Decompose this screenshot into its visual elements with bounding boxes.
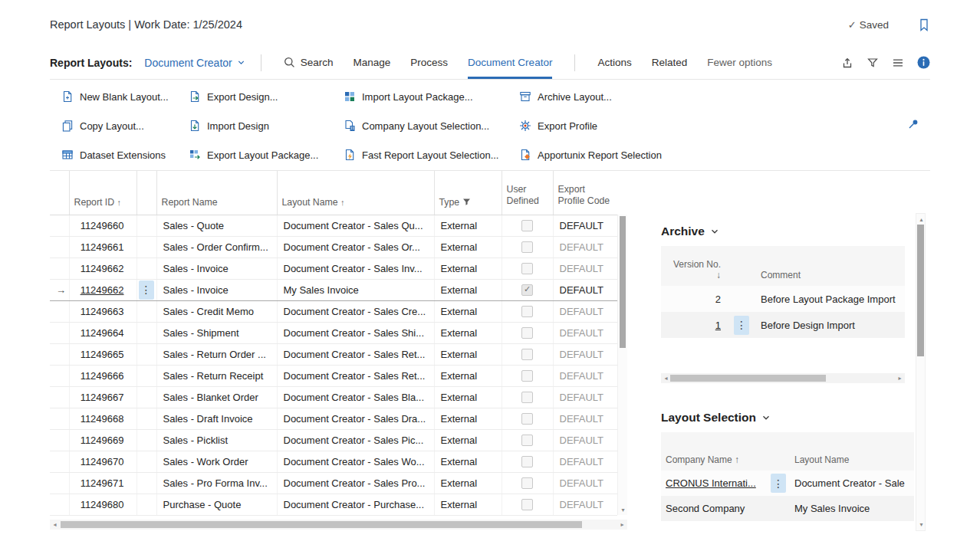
type-cell[interactable]: External bbox=[434, 494, 502, 515]
type-cell[interactable]: External bbox=[434, 365, 502, 386]
apportunix-report-selection-button[interactable]: Apportunix Report Selection bbox=[519, 148, 930, 162]
scrollbar-thumb[interactable] bbox=[61, 521, 582, 528]
report-name-cell[interactable]: Sales - Return Receipt bbox=[156, 365, 277, 386]
row-menu-icon[interactable]: ⋮ bbox=[139, 280, 154, 300]
type-cell[interactable]: External bbox=[434, 343, 502, 365]
table-row[interactable]: → 11249660 ⋮ Sales - Quote Document Crea… bbox=[50, 215, 617, 236]
report-id-cell[interactable]: 11249666 bbox=[69, 365, 136, 386]
layout-name-cell[interactable]: Document Creator - Sales Wo... bbox=[277, 451, 434, 472]
user-defined-checkbox[interactable]: ✓ bbox=[521, 392, 533, 403]
row-menu-icon[interactable]: ⋮ bbox=[771, 474, 786, 493]
scroll-down-icon[interactable]: ▾ bbox=[618, 505, 628, 515]
scroll-left-icon[interactable]: ◂ bbox=[50, 520, 60, 530]
archive-row[interactable]: 1 ⋮ Before Design Import bbox=[661, 312, 905, 338]
report-name-cell[interactable]: Sales - Pro Forma Inv... bbox=[156, 472, 277, 494]
comment-cell[interactable]: Before Design Import bbox=[756, 320, 905, 331]
layout-name-cell[interactable]: Document Creator - Sales Or... bbox=[277, 236, 434, 257]
main-horizontal-scrollbar[interactable]: ◂ ▸ bbox=[50, 520, 627, 530]
table-row[interactable]: → 11249662 ⋮ Sales - Invoice My Sales In… bbox=[50, 279, 617, 300]
bookmark-icon[interactable] bbox=[918, 18, 930, 31]
layout-name-cell[interactable]: Document Creator - Sale bbox=[790, 477, 914, 489]
archive-layout-button[interactable]: Archive Layout... bbox=[519, 90, 930, 103]
layout-selection-row[interactable]: CRONUS Internati... ⋮ Document Creator -… bbox=[661, 471, 914, 496]
table-row[interactable]: → 11249668 ⋮ Sales - Draft Invoice Docum… bbox=[50, 408, 617, 429]
user-defined-cell[interactable]: ✓ bbox=[502, 343, 553, 365]
export-profile-button[interactable]: Export Profile bbox=[519, 119, 930, 133]
table-row[interactable]: → 11249680 ⋮ Purchase - Quote Document C… bbox=[50, 494, 617, 515]
report-name-cell[interactable]: Sales - Credit Memo bbox=[156, 300, 277, 322]
type-cell[interactable]: External bbox=[434, 408, 502, 429]
col-type[interactable]: Type bbox=[434, 171, 502, 215]
col-report-name[interactable]: Report Name bbox=[156, 171, 277, 215]
menu-fewer-options[interactable]: Fewer options bbox=[707, 46, 772, 79]
layout-name-cell[interactable]: Document Creator - Sales Dra... bbox=[277, 408, 434, 429]
type-cell[interactable]: External bbox=[434, 429, 502, 451]
report-name-cell[interactable]: Sales - Invoice bbox=[156, 279, 277, 300]
col-user-defined[interactable]: User Defined bbox=[502, 171, 553, 215]
table-row[interactable]: → 11249663 ⋮ Sales - Credit Memo Documen… bbox=[50, 300, 617, 322]
type-cell[interactable]: External bbox=[434, 236, 502, 257]
layout-name-cell[interactable]: Document Creator - Sales Pro... bbox=[277, 472, 434, 494]
new-blank-layout-button[interactable]: New Blank Layout... bbox=[61, 90, 189, 103]
user-defined-checkbox[interactable]: ✓ bbox=[521, 263, 533, 274]
user-defined-cell[interactable]: ✓ bbox=[502, 257, 553, 279]
export-profile-code-cell[interactable]: DEFAULT bbox=[553, 257, 617, 279]
user-defined-checkbox[interactable]: ✓ bbox=[521, 413, 533, 425]
user-defined-cell[interactable]: ✓ bbox=[502, 215, 553, 236]
menu-document-creator[interactable]: Document Creator bbox=[468, 46, 552, 79]
archive-col-version[interactable]: Version No. ↓ bbox=[661, 259, 727, 280]
table-row[interactable]: → 11249661 ⋮ Sales - Order Confirm... Do… bbox=[50, 236, 617, 257]
user-defined-cell[interactable]: ✓ bbox=[502, 300, 553, 322]
user-defined-cell[interactable]: ✓ bbox=[502, 365, 553, 386]
report-name-cell[interactable]: Sales - Picklist bbox=[156, 429, 277, 451]
report-name-cell[interactable]: Sales - Order Confirm... bbox=[156, 236, 277, 257]
copy-layout-button[interactable]: Copy Layout... bbox=[61, 119, 189, 133]
archive-section-heading[interactable]: Archive bbox=[661, 225, 719, 238]
type-cell[interactable]: External bbox=[434, 279, 502, 300]
menu-related[interactable]: Related bbox=[652, 46, 688, 79]
export-profile-code-cell[interactable]: DEFAULT bbox=[553, 472, 617, 494]
scrollbar-thumb[interactable] bbox=[670, 375, 826, 382]
col-export-profile-code[interactable]: Export Profile Code bbox=[553, 171, 617, 215]
pin-icon[interactable] bbox=[907, 118, 919, 130]
report-id-cell[interactable]: 11249671 bbox=[69, 472, 136, 494]
fast-report-layout-selection-button[interactable]: Fast Report Layout Selection... bbox=[344, 148, 519, 162]
col-report-id[interactable]: Report ID ↑ bbox=[69, 171, 136, 215]
user-defined-checkbox[interactable]: ✓ bbox=[521, 241, 533, 253]
user-defined-checkbox[interactable]: ✓ bbox=[521, 306, 533, 317]
export-profile-code-cell[interactable]: DEFAULT bbox=[553, 300, 617, 322]
report-id-cell[interactable]: 11249664 bbox=[69, 322, 136, 343]
table-row[interactable]: → 11249667 ⋮ Sales - Blanket Order Docum… bbox=[50, 386, 617, 408]
layout-name-cell[interactable]: Document Creator - Sales Qu... bbox=[277, 215, 434, 236]
page-vertical-scrollbar[interactable]: ▴ ▾ bbox=[916, 213, 926, 531]
type-cell[interactable]: External bbox=[434, 451, 502, 472]
view-selector[interactable]: Document Creator bbox=[144, 57, 245, 69]
layout-name-cell[interactable]: Document Creator - Sales Bla... bbox=[277, 386, 434, 408]
table-row[interactable]: → 11249670 ⋮ Sales - Work Order Document… bbox=[50, 451, 617, 472]
user-defined-cell[interactable]: ✓ bbox=[502, 408, 553, 429]
type-filter-icon[interactable] bbox=[462, 198, 471, 206]
type-cell[interactable]: External bbox=[434, 472, 502, 494]
company-name-cell[interactable]: Second Company bbox=[661, 503, 767, 514]
report-id-cell[interactable]: 11249680 bbox=[69, 494, 136, 515]
report-id-cell[interactable]: 11249662 bbox=[69, 279, 136, 300]
layout-name-cell[interactable]: Document Creator - Sales Cre... bbox=[277, 300, 434, 322]
export-design-button[interactable]: Export Design... bbox=[189, 90, 344, 103]
scroll-right-icon[interactable]: ▸ bbox=[895, 373, 905, 383]
user-defined-checkbox[interactable]: ✓ bbox=[521, 499, 533, 510]
user-defined-cell[interactable]: ✓ bbox=[502, 236, 553, 257]
col-layout-name[interactable]: Layout Name ↑ bbox=[277, 171, 434, 215]
user-defined-cell[interactable]: ✓ bbox=[502, 279, 553, 300]
layout-name-cell[interactable]: Document Creator - Sales Pic... bbox=[277, 429, 434, 451]
info-icon[interactable] bbox=[917, 56, 930, 69]
scroll-right-icon[interactable]: ▸ bbox=[617, 520, 627, 530]
scrollbar-thumb[interactable] bbox=[620, 216, 626, 348]
user-defined-checkbox[interactable]: ✓ bbox=[521, 456, 533, 467]
user-defined-checkbox[interactable]: ✓ bbox=[521, 349, 533, 360]
export-profile-code-cell[interactable]: DEFAULT bbox=[553, 451, 617, 472]
export-profile-code-cell[interactable]: DEFAULT bbox=[553, 322, 617, 343]
comment-cell[interactable]: Before Layout Package Import bbox=[756, 294, 905, 305]
layout-selection-col-company[interactable]: Company Name ↑ bbox=[661, 454, 767, 465]
user-defined-checkbox[interactable]: ✓ bbox=[521, 220, 533, 231]
table-row[interactable]: → 11249671 ⋮ Sales - Pro Forma Inv... Do… bbox=[50, 472, 617, 494]
